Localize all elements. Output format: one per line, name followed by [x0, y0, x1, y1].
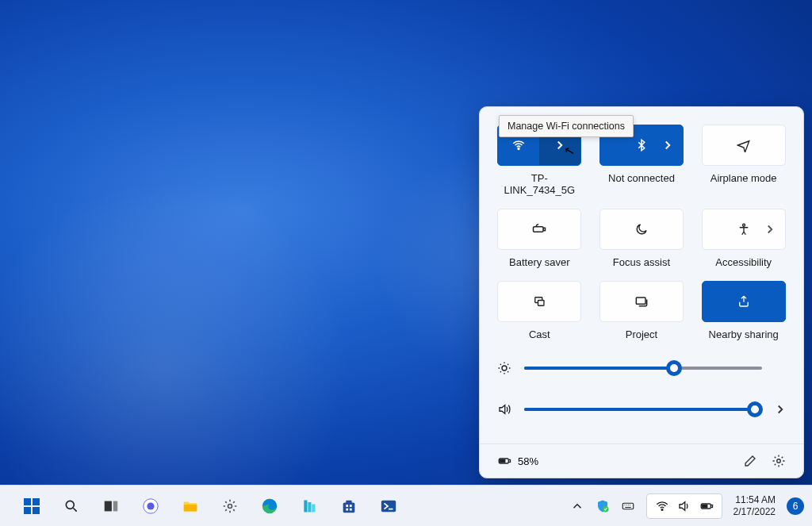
- panel-footer: 58%: [480, 443, 803, 478]
- nearby-sharing-button[interactable]: [702, 281, 786, 322]
- svg-rect-2: [544, 228, 546, 230]
- project-label: Project: [626, 328, 657, 340]
- network-volume-battery-tray[interactable]: [646, 493, 722, 519]
- taskbar-pinned-apps: [14, 490, 406, 522]
- volume-icon: [497, 402, 513, 417]
- wifi-tray-icon: [655, 499, 669, 513]
- cast-icon: [532, 294, 546, 309]
- volume-slider-row: [497, 402, 786, 417]
- svg-rect-26: [312, 504, 315, 512]
- nearby-sharing-tile: Nearby sharing: [701, 281, 786, 340]
- svg-rect-1: [534, 227, 544, 232]
- battery-tray-icon: [699, 499, 714, 513]
- input-indicator-icon[interactable]: [621, 499, 635, 513]
- file-explorer-button[interactable]: [173, 490, 208, 522]
- volume-expand[interactable]: [773, 402, 786, 417]
- share-icon: [737, 294, 751, 309]
- battery-saver-button[interactable]: [497, 209, 581, 250]
- clock-date: 2/17/2022: [733, 506, 776, 517]
- wifi-icon: [511, 138, 526, 152]
- svg-point-22: [228, 504, 232, 508]
- taskbar-system-tray: 11:54 AM 2/17/2022 6: [570, 493, 804, 519]
- svg-rect-10: [500, 460, 505, 463]
- svg-rect-35: [622, 503, 634, 509]
- start-button[interactable]: [14, 490, 49, 522]
- cast-label: Cast: [529, 328, 550, 340]
- airplane-button[interactable]: [702, 125, 786, 166]
- volume-slider[interactable]: [524, 408, 762, 411]
- brightness-slider-row: [497, 361, 786, 375]
- app-button-1[interactable]: [292, 490, 327, 522]
- svg-rect-14: [24, 507, 31, 514]
- nearby-sharing-label: Nearby sharing: [709, 328, 779, 340]
- svg-rect-31: [346, 508, 348, 510]
- tray-overflow-button[interactable]: [570, 499, 584, 513]
- taskbar: 11:54 AM 2/17/2022 6: [0, 485, 812, 526]
- svg-rect-25: [308, 502, 311, 513]
- battery-status[interactable]: 58%: [497, 454, 538, 468]
- svg-rect-27: [343, 502, 355, 513]
- svg-point-3: [742, 224, 745, 226]
- settings-button[interactable]: [772, 454, 786, 468]
- project-button[interactable]: [599, 281, 684, 322]
- bluetooth-icon: [634, 138, 649, 152]
- focus-assist-button[interactable]: [599, 209, 684, 250]
- teams-chat-button[interactable]: [133, 490, 168, 522]
- airplane-icon: [737, 138, 751, 152]
- focus-assist-tile: Focus assist: [599, 209, 684, 268]
- svg-rect-6: [636, 298, 645, 304]
- svg-rect-39: [702, 505, 707, 507]
- svg-rect-28: [346, 500, 351, 503]
- airplane-tile: Airplane mode: [701, 125, 786, 196]
- svg-point-36: [661, 509, 663, 510]
- airplane-label: Airplane mode: [710, 172, 777, 184]
- wifi-label: TP-LINK_7434_5G: [497, 172, 582, 196]
- edge-button[interactable]: [252, 490, 287, 522]
- svg-point-7: [502, 366, 507, 371]
- focus-assist-label: Focus assist: [613, 256, 670, 268]
- svg-rect-15: [33, 507, 40, 514]
- svg-point-11: [777, 459, 781, 463]
- battery-saver-label: Battery saver: [509, 256, 570, 268]
- svg-rect-17: [105, 501, 112, 511]
- moon-icon: [634, 222, 649, 236]
- svg-rect-29: [346, 505, 348, 507]
- svg-rect-5: [538, 301, 545, 306]
- quick-settings-panel: Manage Wi-Fi connections ↖: [479, 106, 804, 478]
- svg-rect-9: [509, 460, 511, 463]
- edit-button[interactable]: [743, 454, 757, 468]
- clock-button[interactable]: 11:54 AM 2/17/2022: [733, 494, 776, 517]
- battery-saver-tile: Battery saver: [497, 209, 582, 268]
- battery-percent-text: 58%: [518, 455, 538, 467]
- powershell-button[interactable]: [371, 490, 406, 522]
- svg-rect-32: [350, 508, 352, 510]
- bluetooth-label: Not connected: [608, 172, 675, 184]
- svg-rect-12: [24, 498, 31, 505]
- svg-point-16: [66, 501, 74, 509]
- desktop-background[interactable]: Manage Wi-Fi connections ↖: [0, 0, 812, 526]
- clock-time: 11:54 AM: [733, 494, 776, 505]
- chevron-right-icon: [763, 222, 777, 236]
- svg-rect-38: [711, 505, 713, 507]
- notification-center-button[interactable]: 6: [787, 497, 804, 515]
- svg-rect-30: [350, 505, 352, 507]
- security-icon[interactable]: [596, 499, 610, 513]
- settings-app-button[interactable]: [213, 490, 247, 522]
- cast-tile: Cast: [497, 281, 582, 340]
- microsoft-store-button[interactable]: [331, 490, 366, 522]
- brightness-icon: [497, 361, 513, 375]
- chevron-right-icon: [661, 138, 675, 152]
- svg-point-20: [147, 502, 154, 509]
- battery-icon: [497, 454, 511, 468]
- svg-rect-24: [304, 500, 307, 512]
- sliders-section: [497, 361, 786, 417]
- brightness-slider[interactable]: [524, 367, 762, 370]
- accessibility-icon: [737, 222, 751, 236]
- search-button[interactable]: [54, 490, 89, 522]
- svg-rect-13: [33, 498, 40, 505]
- svg-rect-18: [113, 501, 118, 511]
- accessibility-button[interactable]: [702, 209, 786, 250]
- task-view-button[interactable]: [94, 490, 128, 522]
- cast-button[interactable]: [497, 281, 581, 322]
- notification-count: 6: [793, 501, 799, 512]
